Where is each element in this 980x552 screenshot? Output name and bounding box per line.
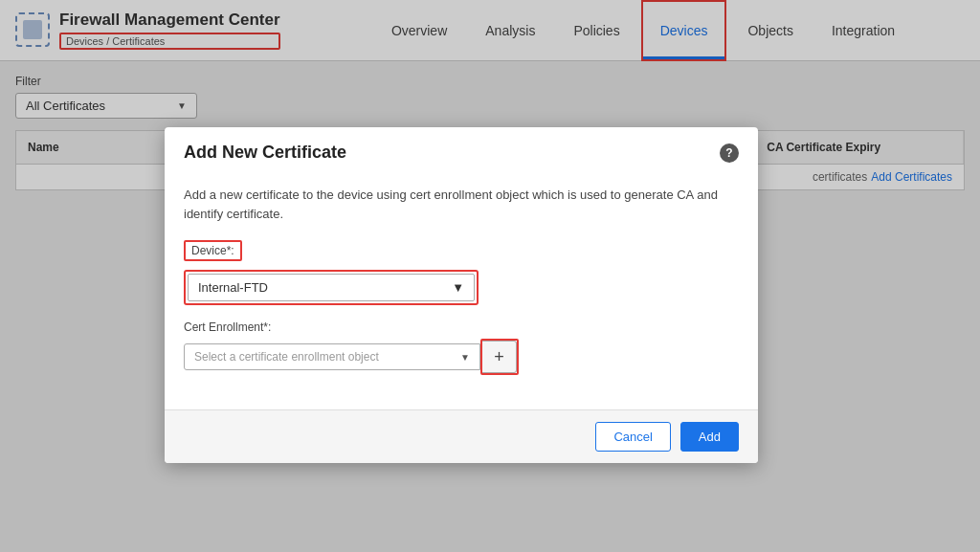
add-enrollment-button[interactable]: + bbox=[482, 341, 517, 373]
device-label: Device*: bbox=[191, 244, 234, 257]
add-certificate-modal: Add New Certificate ? Add a new certific… bbox=[165, 127, 758, 463]
cancel-button[interactable]: Cancel bbox=[595, 422, 670, 452]
cert-enrollment-form-group: Cert Enrollment*: Select a certificate e… bbox=[184, 320, 739, 375]
add-enrollment-btn-box: + bbox=[480, 339, 519, 375]
device-label-box: Device*: bbox=[184, 240, 242, 261]
modal-help-icon[interactable]: ? bbox=[720, 144, 739, 163]
modal-body: Add a new certificate to the device usin… bbox=[165, 174, 758, 409]
device-selected-value: Internal-FTD bbox=[198, 280, 268, 295]
device-dropdown-arrow: ▼ bbox=[452, 280, 464, 295]
device-form-group: Device*: Internal-FTD ▼ bbox=[184, 240, 739, 305]
add-button[interactable]: Add bbox=[680, 422, 739, 452]
device-dropdown[interactable]: Internal-FTD ▼ bbox=[188, 274, 475, 301]
device-select-container: Internal-FTD ▼ bbox=[184, 270, 479, 305]
modal-header: Add New Certificate ? bbox=[165, 127, 758, 174]
cert-enrollment-label: Cert Enrollment*: bbox=[184, 320, 739, 334]
cert-enrollment-placeholder: Select a certificate enrollment object bbox=[194, 350, 379, 364]
modal-footer: Cancel Add bbox=[165, 409, 758, 463]
cert-enrollment-arrow: ▼ bbox=[460, 352, 470, 363]
modal-description: Add a new certificate to the device usin… bbox=[184, 186, 739, 223]
cert-enrollment-row: Select a certificate enrollment object ▼… bbox=[184, 339, 739, 375]
cert-enrollment-dropdown[interactable]: Select a certificate enrollment object ▼ bbox=[184, 343, 480, 370]
modal-overlay: Add New Certificate ? Add a new certific… bbox=[0, 0, 980, 552]
modal-title: Add New Certificate bbox=[184, 143, 346, 163]
